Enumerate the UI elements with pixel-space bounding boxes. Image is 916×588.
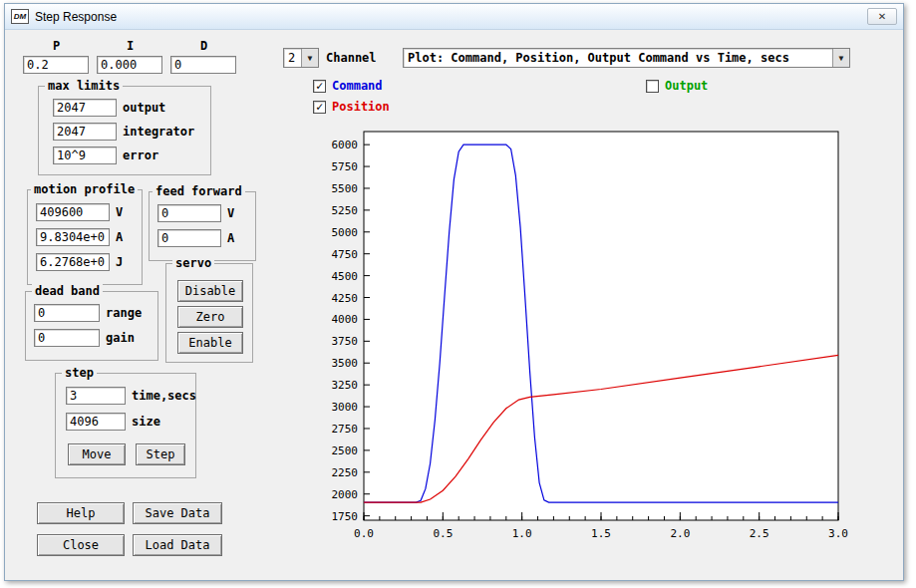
profile-jerk-label: J <box>116 255 123 269</box>
close-button[interactable]: ✕ <box>867 8 897 25</box>
servo-title: servo <box>172 256 214 270</box>
step-response-chart: 1750200022502500275030003250350037504000… <box>292 118 860 562</box>
position-checkbox-label: Position <box>332 100 390 114</box>
d-label: D <box>200 39 207 53</box>
profile-velocity-label: V <box>116 205 123 219</box>
svg-text:2250: 2250 <box>332 466 359 479</box>
profile-jerk-input[interactable] <box>36 253 110 271</box>
deadband-gain-label: gain <box>106 331 135 345</box>
deadband-range-label: range <box>106 306 142 320</box>
p-label: P <box>53 39 60 53</box>
step-button[interactable]: Step <box>136 443 185 465</box>
svg-text:3.0: 3.0 <box>828 527 848 540</box>
max-error-label: error <box>123 148 158 162</box>
svg-text:6000: 6000 <box>332 139 359 151</box>
svg-text:5000: 5000 <box>332 226 359 239</box>
svg-text:2000: 2000 <box>332 488 359 501</box>
step-time-label: time,secs <box>132 389 196 403</box>
svg-text:1750: 1750 <box>332 510 359 523</box>
step-size-label: size <box>132 415 160 429</box>
channel-dropdown-arrow-icon[interactable]: ▼ <box>301 49 318 67</box>
svg-text:0.0: 0.0 <box>354 527 374 540</box>
svg-text:4000: 4000 <box>332 313 359 326</box>
ff-velocity-input[interactable] <box>157 204 221 222</box>
output-checkbox[interactable]: Output <box>646 79 708 93</box>
max-output-input[interactable] <box>53 99 117 117</box>
close-icon: ✕ <box>878 11 886 22</box>
svg-text:3500: 3500 <box>332 357 359 370</box>
i-input[interactable] <box>97 56 162 74</box>
ff-accel-label: A <box>227 231 234 245</box>
max-limits-title: max limits <box>45 79 123 93</box>
servo-disable-button[interactable]: Disable <box>177 280 243 302</box>
svg-text:4750: 4750 <box>332 248 359 261</box>
step-group: step time,secs size Move Step <box>55 373 196 478</box>
i-label: I <box>127 39 134 53</box>
plot-dropdown-arrow-icon[interactable]: ▼ <box>832 49 849 67</box>
svg-text:2.0: 2.0 <box>670 527 690 540</box>
dialog-content: P I D max limits output integrator error… <box>5 30 903 580</box>
svg-text:3250: 3250 <box>332 379 359 392</box>
svg-text:3750: 3750 <box>332 335 359 348</box>
save-data-button[interactable]: Save Data <box>133 502 222 524</box>
svg-text:2.5: 2.5 <box>750 527 769 540</box>
max-integrator-input[interactable] <box>53 123 117 141</box>
p-input[interactable] <box>23 56 89 74</box>
svg-text:5750: 5750 <box>332 160 359 173</box>
max-error-input[interactable] <box>53 147 117 164</box>
profile-accel-label: A <box>116 230 123 244</box>
max-integrator-label: integrator <box>123 125 194 139</box>
profile-velocity-input[interactable] <box>36 203 110 221</box>
svg-text:5250: 5250 <box>332 204 359 217</box>
position-checkbox[interactable]: Position <box>313 100 390 114</box>
deadband-range-input[interactable] <box>34 304 100 322</box>
svg-text:0.5: 0.5 <box>433 527 453 540</box>
channel-label: Channel <box>326 51 377 65</box>
step-title: step <box>62 366 97 380</box>
profile-accel-input[interactable] <box>36 228 110 246</box>
svg-text:1.5: 1.5 <box>591 527 611 540</box>
command-checkbox[interactable]: Command <box>313 79 383 93</box>
dead-band-title: dead band <box>32 284 103 298</box>
svg-text:4500: 4500 <box>332 270 359 283</box>
svg-text:2750: 2750 <box>332 423 359 436</box>
channel-value: 2 <box>284 49 301 67</box>
close-dialog-button[interactable]: Close <box>37 534 125 556</box>
svg-text:1.0: 1.0 <box>512 527 532 540</box>
feed-forward-title: feed forward <box>153 184 245 198</box>
servo-zero-button[interactable]: Zero <box>177 306 243 328</box>
feed-forward-group: feed forward V A <box>149 191 256 261</box>
help-button[interactable]: Help <box>37 502 125 524</box>
max-output-label: output <box>123 101 165 115</box>
d-input[interactable] <box>170 56 236 74</box>
app-icon: DM <box>11 9 29 24</box>
dead-band-group: dead band range gain <box>25 291 158 361</box>
step-size-input[interactable] <box>66 413 126 431</box>
step-time-input[interactable] <box>66 387 126 405</box>
position-checkbox-box[interactable] <box>313 101 326 114</box>
servo-enable-button[interactable]: Enable <box>177 332 243 354</box>
window-title: Step Response <box>35 10 117 24</box>
plot-select[interactable]: Plot: Command, Position, Output Command … <box>403 48 850 68</box>
output-checkbox-label: Output <box>665 79 708 93</box>
svg-text:3000: 3000 <box>332 401 359 414</box>
svg-text:5500: 5500 <box>332 182 359 195</box>
command-checkbox-box[interactable] <box>313 80 326 93</box>
step-response-window: DM Step Response ✕ P I D max limits outp… <box>4 3 904 581</box>
output-checkbox-box[interactable] <box>646 80 659 93</box>
move-button[interactable]: Move <box>68 443 126 465</box>
deadband-gain-input[interactable] <box>34 329 100 347</box>
ff-velocity-label: V <box>227 206 234 220</box>
ff-accel-input[interactable] <box>157 229 221 247</box>
max-limits-group: max limits output integrator error <box>38 86 211 175</box>
motion-profile-title: motion profile <box>31 182 138 196</box>
titlebar[interactable]: DM Step Response ✕ <box>5 4 903 30</box>
command-checkbox-label: Command <box>332 79 383 93</box>
motion-profile-group: motion profile V A J <box>27 189 143 285</box>
channel-select[interactable]: 2 ▼ <box>283 48 319 68</box>
load-data-button[interactable]: Load Data <box>133 534 222 556</box>
servo-group: servo Disable Zero Enable <box>165 263 253 363</box>
svg-text:2500: 2500 <box>332 444 359 457</box>
plot-select-value: Plot: Command, Position, Output Command … <box>404 49 832 67</box>
svg-text:4250: 4250 <box>332 292 359 305</box>
